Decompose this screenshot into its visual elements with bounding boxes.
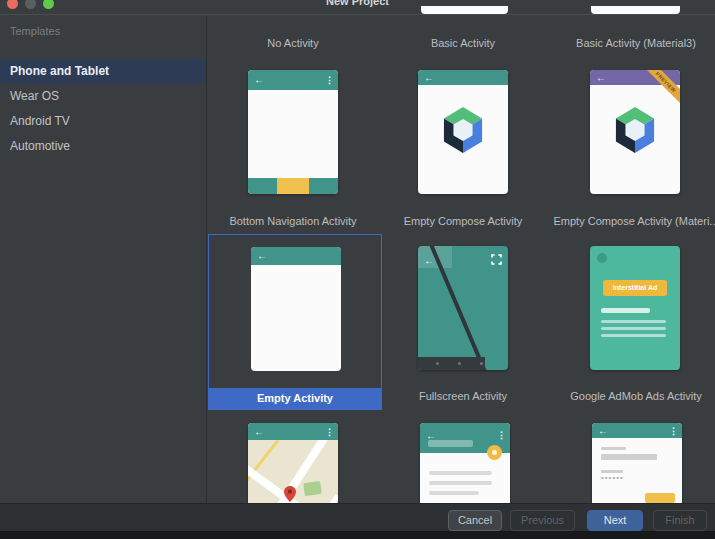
nav-dot-icon: [458, 362, 461, 365]
thumbnail-app-bar: ← ⋮: [592, 423, 682, 438]
nav-segment-selected: [277, 178, 309, 194]
thumbnail-text-line: [601, 334, 666, 337]
back-arrow-icon: ←: [257, 251, 267, 261]
nav-dot-icon: [480, 362, 483, 365]
screen-bottom-strip: [0, 531, 715, 539]
template-label-empty-activity[interactable]: Empty Activity: [209, 388, 381, 409]
nav-segment: [248, 178, 277, 194]
template-card-empty-compose-activity[interactable]: ←: [418, 70, 508, 194]
template-label-no-activity[interactable]: No Activity: [208, 37, 380, 49]
selected-template-cell-empty-activity[interactable]: ← Empty Activity: [208, 234, 382, 410]
thumbnail-text-line: [429, 491, 479, 495]
template-card-bottom-navigation-activity[interactable]: ← ⋮: [248, 70, 338, 194]
template-card-google-maps-activity[interactable]: ← ⋮: [248, 423, 338, 503]
thumbnail-text-line: [429, 471, 492, 475]
new-project-dialog: New Project Templates Phone and Tablet W…: [0, 0, 715, 539]
overflow-menu-icon: ⋮: [669, 426, 678, 435]
thumbnail-field-label: [601, 447, 626, 450]
previous-button[interactable]: Previous: [510, 510, 575, 531]
template-grid: No Activity Basic Activity Basic Activit…: [208, 16, 715, 503]
fab-icon: [487, 445, 502, 460]
templates-sidebar: Templates Phone and Tablet Wear OS Andro…: [0, 16, 207, 503]
overflow-menu-icon: ⋮: [497, 431, 506, 440]
next-button[interactable]: Next: [587, 510, 643, 531]
template-card-bottom-edge: [591, 6, 680, 14]
template-label-basic-activity-material3[interactable]: Basic Activity (Material3): [549, 37, 715, 49]
back-arrow-icon: ←: [254, 75, 264, 85]
interstitial-ad-badge: Interstitial Ad: [603, 280, 668, 296]
template-card-bottom-edge: [421, 6, 508, 14]
thumbnail-sign-in-button: [645, 493, 675, 503]
nav-segment: [309, 178, 338, 194]
template-card-empty-compose-activity-material3[interactable]: ← PREVIEW: [590, 70, 680, 194]
template-label-empty-compose-activity[interactable]: Empty Compose Activity: [376, 215, 550, 227]
sidebar-item-wear-os[interactable]: Wear OS: [0, 84, 206, 109]
template-card-login-activity[interactable]: ← ⋮ ••••••: [592, 423, 682, 503]
thumbnail-bottom-nav-bar: [248, 178, 338, 194]
sidebar-item-phone-and-tablet[interactable]: Phone and Tablet: [0, 59, 206, 84]
sidebar-header: Templates: [10, 25, 60, 37]
back-arrow-icon: ←: [254, 427, 264, 437]
thumbnail-password-dots: ••••••: [601, 474, 624, 482]
template-label-basic-activity[interactable]: Basic Activity: [376, 37, 550, 49]
template-label-google-admob-ads-activity[interactable]: Google AdMob Ads Activity: [549, 390, 715, 402]
thumbnail-app-bar: ← ⋮: [248, 423, 338, 440]
template-label-bottom-navigation-activity[interactable]: Bottom Navigation Activity: [208, 215, 380, 227]
map-pin-icon: [284, 486, 296, 503]
template-card-empty-activity[interactable]: ←: [251, 247, 341, 371]
dialog-footer: Cancel Previous Next Finish: [0, 503, 715, 531]
thumbnail-app-bar: ← ⋮: [248, 70, 338, 90]
thumbnail-text-line: [601, 327, 666, 330]
thumbnail-app-bar: ←: [418, 70, 508, 85]
overflow-menu-icon: ⋮: [325, 427, 334, 436]
map-park-area: [303, 481, 322, 496]
thumbnail-status-dot-icon: [597, 253, 607, 263]
cancel-button[interactable]: Cancel: [448, 510, 502, 531]
template-label-empty-compose-activity-material3[interactable]: Empty Compose Activity (Materi...: [549, 215, 715, 227]
thumbnail-input-field: [601, 454, 657, 460]
jetpack-compose-logo-icon: [614, 107, 656, 157]
thumbnail-navigation-bar: [418, 357, 485, 370]
finish-button[interactable]: Finish: [653, 510, 707, 531]
thumbnail-text-line: [429, 481, 492, 485]
template-card-with-fab[interactable]: ← ⋮: [420, 423, 510, 503]
sidebar-item-android-tv[interactable]: Android TV: [0, 109, 206, 134]
jetpack-compose-logo-icon: [442, 107, 484, 157]
thumbnail-text-line: [601, 308, 651, 313]
template-label-fullscreen-activity[interactable]: Fullscreen Activity: [376, 390, 550, 402]
template-card-fullscreen-activity[interactable]: ←: [418, 246, 508, 370]
back-arrow-icon: ←: [598, 426, 608, 436]
overflow-menu-icon: ⋮: [325, 76, 334, 85]
fullscreen-expand-icon: [491, 251, 502, 269]
map-road: [297, 494, 338, 503]
back-arrow-icon: ←: [424, 256, 434, 266]
back-arrow-icon: ←: [596, 73, 606, 83]
thumbnail-map: [248, 440, 338, 503]
thumbnail-app-bar: ←: [251, 247, 341, 265]
thumbnail-title-placeholder: [428, 440, 473, 447]
thumbnail-text-line: [601, 320, 666, 323]
sidebar-item-automotive[interactable]: Automotive: [0, 134, 206, 159]
sidebar-nav: Phone and Tablet Wear OS Android TV Auto…: [0, 59, 206, 159]
back-arrow-icon: ←: [424, 73, 434, 83]
template-card-google-admob-ads-activity[interactable]: Interstitial Ad: [590, 246, 680, 370]
nav-dot-icon: [436, 362, 439, 365]
